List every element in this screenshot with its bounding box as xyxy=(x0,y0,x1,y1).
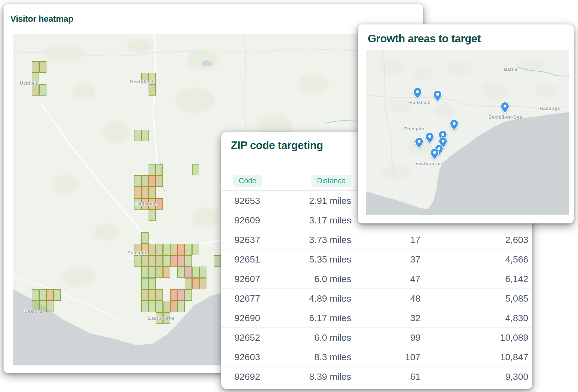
heatmap-cell xyxy=(149,187,156,198)
heatmap-cell xyxy=(46,289,54,301)
population-value: 10,089 xyxy=(500,332,528,343)
heatmap-cell xyxy=(141,301,149,312)
place-label: Battle xyxy=(504,67,517,72)
heatmap-cell xyxy=(39,289,46,301)
heatmap-cell xyxy=(149,164,156,175)
heatmap-cell xyxy=(141,175,149,187)
count-value: 107 xyxy=(405,352,420,362)
heatmap-cell xyxy=(149,301,156,312)
heatmap-cell xyxy=(149,267,156,278)
heatmap-cell xyxy=(149,84,156,96)
heatmap-cell xyxy=(170,244,177,255)
heatmap-cell xyxy=(149,175,156,187)
heatmap-cell xyxy=(134,187,141,198)
zip-table-row[interactable]: 92677 4.89 miles 48 5,085 xyxy=(221,289,532,308)
heatmap-cell xyxy=(156,267,163,278)
zip-code-value: 92603 xyxy=(234,352,260,362)
heatmap-cell xyxy=(141,267,149,278)
heatmap-cell xyxy=(46,301,54,312)
population-value: 10,847 xyxy=(500,352,528,362)
count-value: 61 xyxy=(410,371,420,382)
heatmap-cell xyxy=(134,255,141,267)
heatmap-cell xyxy=(163,255,170,267)
map-pin-icon[interactable] xyxy=(433,90,442,102)
population-value: 4,566 xyxy=(505,254,528,264)
place-label: Polegate xyxy=(404,126,424,132)
heatmap-cell xyxy=(177,255,185,267)
place-label: Eastbourne xyxy=(415,161,442,166)
heatmap-cell xyxy=(141,232,149,244)
zip-table-row[interactable]: 92692 8.39 miles 61 9,300 xyxy=(221,367,532,386)
heatmap-cell xyxy=(149,210,156,221)
zip-code-value: 92690 xyxy=(234,312,260,323)
map-pin-icon[interactable] xyxy=(425,132,434,144)
heatmap-cell xyxy=(141,130,149,141)
map-pin-icon[interactable] xyxy=(500,102,510,113)
count-value: 48 xyxy=(410,293,420,304)
distance-value: 5.35 miles xyxy=(309,254,351,264)
heatmap-cell xyxy=(141,187,149,198)
heatmap-cell xyxy=(192,244,199,255)
place-label: Hailsham xyxy=(136,201,157,207)
zip-code-value: 92607 xyxy=(234,273,260,284)
growth-basemap xyxy=(366,50,569,215)
heatmap-cell xyxy=(149,289,156,301)
growth-areas-map[interactable]: HailshamBattlePolegateEastbourneBexhill-… xyxy=(366,50,569,215)
heatmap-cell xyxy=(185,278,192,289)
map-pin-icon[interactable] xyxy=(413,87,422,99)
growth-areas-card: Growth areas to target HailshamBattlePol… xyxy=(358,24,574,223)
heatmap-cell xyxy=(170,289,177,301)
population-value: 6,142 xyxy=(505,273,528,284)
heatmap-cell xyxy=(192,267,199,278)
heatmap-cell xyxy=(32,289,39,301)
count-value: 47 xyxy=(410,273,420,284)
heatmap-cell xyxy=(134,130,141,141)
heatmap-cell xyxy=(149,255,156,267)
zip-table-row[interactable]: 92603 8.3 miles 107 10,847 xyxy=(221,347,532,367)
river xyxy=(517,67,569,77)
place-label: Hailsham xyxy=(409,100,431,105)
heatmap-cell xyxy=(134,175,141,187)
column-header-code[interactable]: Code xyxy=(233,175,262,187)
heatmap-cell xyxy=(163,301,170,312)
population-value: 9,300 xyxy=(505,371,528,382)
place-label: Polegate xyxy=(127,250,147,256)
place-label: Hastings xyxy=(540,106,560,111)
heatmap-cell xyxy=(156,289,163,301)
place-label: Eastbourne xyxy=(148,316,175,321)
lake xyxy=(202,60,212,66)
map-pin-icon[interactable] xyxy=(414,137,424,149)
heatmap-cell xyxy=(177,289,185,301)
place-label: Heathfield xyxy=(130,79,153,85)
count-value: 37 xyxy=(410,254,420,264)
heatmap-cell xyxy=(39,61,46,73)
zip-code-value: 92653 xyxy=(234,195,260,206)
heatmap-cell xyxy=(149,278,156,289)
sea-area xyxy=(366,112,569,215)
distance-value: 6.17 miles xyxy=(309,312,351,323)
heatmap-cell xyxy=(163,244,170,255)
heatmap-cell xyxy=(141,289,149,301)
count-value: 99 xyxy=(410,332,420,343)
heatmap-cell xyxy=(149,244,156,255)
heatmap-cell xyxy=(39,84,46,96)
zip-table-row[interactable]: 92651 5.35 miles 37 4,566 xyxy=(221,249,532,269)
zip-table-row[interactable]: 92690 6.17 miles 32 4,830 xyxy=(221,308,532,328)
heatmap-cell xyxy=(163,267,170,278)
zip-code-value: 92692 xyxy=(234,371,260,382)
zip-table-row[interactable]: 92607 6.0 miles 47 6,142 xyxy=(221,269,532,289)
heatmap-cell xyxy=(185,267,192,278)
heatmap-cell xyxy=(156,244,163,255)
zip-table-row[interactable]: 92637 3.73 miles 17 2,603 xyxy=(221,230,532,249)
heatmap-cell xyxy=(199,278,206,289)
map-pin-icon[interactable] xyxy=(430,148,439,160)
distance-value: 8.3 miles xyxy=(314,352,351,362)
zip-code-value: 92652 xyxy=(234,332,260,343)
heatmap-cell xyxy=(185,244,192,255)
zip-table-row[interactable]: 92652 6.0 miles 99 10,089 xyxy=(221,328,532,347)
heatmap-cell xyxy=(214,255,221,267)
column-header-distance[interactable]: Distance xyxy=(311,175,351,187)
zip-code-value: 92677 xyxy=(234,293,260,304)
heatmap-cell xyxy=(192,278,199,289)
map-pin-icon[interactable] xyxy=(450,119,459,131)
